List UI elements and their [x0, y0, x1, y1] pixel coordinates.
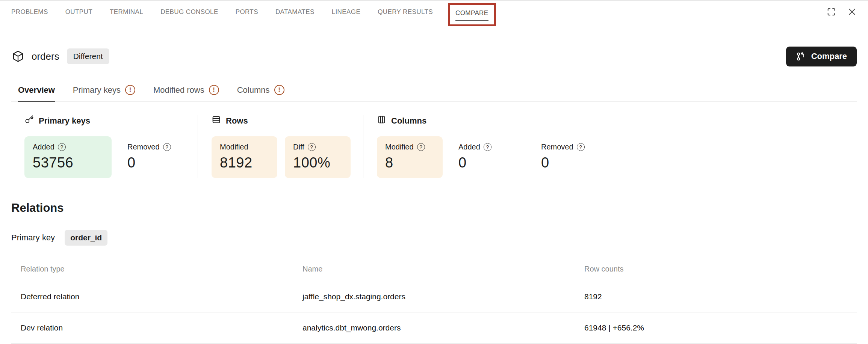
metric-label: Added [458, 143, 480, 151]
name-cell: analytics.dbt_mwong.orders [293, 312, 575, 343]
view-tab-label: Modified rows [153, 85, 204, 95]
help-icon[interactable]: ? [58, 143, 66, 151]
warning-icon: ! [209, 85, 219, 95]
metric-cards: Modified 8192 Diff ? 100% [212, 136, 363, 178]
maximize-panel-icon[interactable] [827, 7, 836, 17]
panel-tab-compare[interactable]: COMPARE [455, 9, 488, 21]
help-icon[interactable]: ? [577, 143, 585, 151]
stat-group-label: Primary keys [39, 116, 90, 126]
compare-view-tabs: Overview Primary keys ! Modified rows ! … [11, 85, 857, 102]
status-badge: Different [67, 48, 109, 64]
metric-label-row: Modified ? [385, 143, 434, 151]
annotation-highlight-box: COMPARE [448, 3, 496, 26]
panel-tab-bar: PROBLEMSOUTPUTTERMINALDEBUG CONSOLEPORTS… [0, 0, 868, 23]
row-counts-cell: 61948 | +656.2% [575, 312, 857, 343]
metric-label-row: Removed ? [541, 143, 600, 151]
metric-value: 0 [127, 155, 186, 171]
git-compare-icon [796, 51, 806, 62]
key-icon [24, 115, 34, 127]
stat-group-columns: Columns Modified ? 8 Added ? 0 Removed ?… [363, 115, 857, 178]
view-tab-modified-rows[interactable]: Modified rows ! [153, 85, 219, 101]
metric-label-row: Added ? [458, 143, 517, 151]
compare-button-label: Compare [811, 51, 847, 61]
metric-modified: Modified ? 8 [377, 136, 443, 178]
panel-tab-problems[interactable]: PROBLEMS [11, 8, 48, 16]
metric-value: 8 [385, 155, 434, 171]
close-panel-icon[interactable] [847, 7, 857, 17]
view-tab-label: Primary keys [73, 85, 121, 95]
view-tab-label: Columns [237, 85, 270, 95]
stat-group-title: Columns [377, 115, 857, 127]
relations-table: Relation typeNameRow counts Deferred rel… [11, 257, 857, 344]
model-name: orders [32, 51, 59, 62]
column-header-name: Name [293, 257, 575, 281]
help-icon[interactable]: ? [163, 143, 171, 151]
compare-button[interactable]: Compare [786, 47, 857, 66]
metric-label: Added [33, 143, 54, 151]
relations-section: Relations Primary key order_id Relation … [11, 201, 857, 344]
stat-group-label: Rows [226, 116, 248, 126]
compare-header: orders Different Compare [0, 45, 868, 68]
metric-label: Removed [127, 143, 160, 151]
metric-label-row: Removed ? [127, 143, 186, 151]
primary-key-label: Primary key [11, 233, 55, 243]
relation-type-cell: Dev relation [11, 312, 293, 343]
panel-tab-lineage[interactable]: LINEAGE [332, 8, 361, 16]
stat-group-title: Rows [212, 115, 363, 127]
metric-value: 100% [293, 155, 342, 171]
metric-value: 53756 [33, 155, 103, 171]
name-cell: jaffle_shop_dx.staging.orders [293, 281, 575, 312]
metric-added: Added ? 53756 [24, 136, 112, 178]
metric-label: Diff [293, 143, 304, 151]
metric-cards: Modified ? 8 Added ? 0 Removed ? 0 [377, 136, 857, 178]
panel-tab-terminal[interactable]: TERMINAL [110, 8, 143, 16]
view-tab-primary-keys[interactable]: Primary keys ! [73, 85, 135, 101]
panel-actions [827, 7, 857, 17]
panel-tab-debug-console[interactable]: DEBUG CONSOLE [160, 8, 218, 16]
warning-icon: ! [274, 85, 284, 95]
column-header-relation-type: Relation type [11, 257, 293, 281]
row-counts-cell: 8192 [575, 281, 857, 312]
relations-table-header: Relation typeNameRow counts [11, 257, 857, 281]
column-header-row-counts: Row counts [575, 257, 857, 281]
panel-tab-datamates[interactable]: DATAMATES [275, 8, 315, 16]
help-icon[interactable]: ? [484, 143, 491, 151]
view-tab-label: Overview [18, 85, 55, 95]
metric-label: Modified [385, 143, 414, 151]
panel-tab-ports[interactable]: PORTS [236, 8, 258, 16]
metric-label-row: Added ? [33, 143, 103, 151]
view-tab-columns[interactable]: Columns ! [237, 85, 284, 101]
help-icon[interactable]: ? [308, 143, 316, 151]
metric-label: Removed [541, 143, 573, 151]
table-row: Dev relationanalytics.dbt_mwong.orders61… [11, 312, 857, 344]
stat-group-primary-keys: Primary keys Added ? 53756 Removed ? 0 [11, 115, 198, 178]
primary-key-value-badge: order_id [65, 230, 107, 246]
metric-added: Added ? 0 [450, 136, 525, 178]
table-row: Deferred relationjaffle_shop_dx.staging.… [11, 281, 857, 312]
metric-value: 0 [541, 155, 600, 171]
metric-value: 8192 [220, 155, 269, 171]
metric-diff: Diff ? 100% [285, 136, 351, 178]
relation-type-cell: Deferred relation [11, 281, 293, 312]
metric-removed: Removed ? 0 [119, 136, 194, 178]
rows-icon [212, 115, 221, 127]
summary-stats: Primary keys Added ? 53756 Removed ? 0 R… [11, 102, 857, 189]
package-cube-icon [11, 50, 25, 63]
metric-value: 0 [458, 155, 517, 171]
metric-removed: Removed ? 0 [533, 136, 608, 178]
primary-key-row: Primary key order_id [11, 230, 857, 246]
columns-icon [377, 115, 386, 127]
metric-label-row: Diff ? [293, 143, 342, 151]
relations-title: Relations [11, 201, 857, 215]
metric-modified: Modified 8192 [212, 136, 277, 178]
metric-cards: Added ? 53756 Removed ? 0 [24, 136, 198, 178]
metric-label: Modified [220, 143, 248, 151]
stat-group-title: Primary keys [24, 115, 198, 127]
panel-tab-output[interactable]: OUTPUT [65, 8, 92, 16]
panel-tab-query-results[interactable]: QUERY RESULTS [378, 8, 433, 16]
metric-label-row: Modified [220, 143, 269, 151]
warning-icon: ! [125, 85, 135, 95]
help-icon[interactable]: ? [417, 143, 425, 151]
view-tab-overview[interactable]: Overview [18, 85, 55, 101]
stat-group-label: Columns [391, 116, 426, 126]
